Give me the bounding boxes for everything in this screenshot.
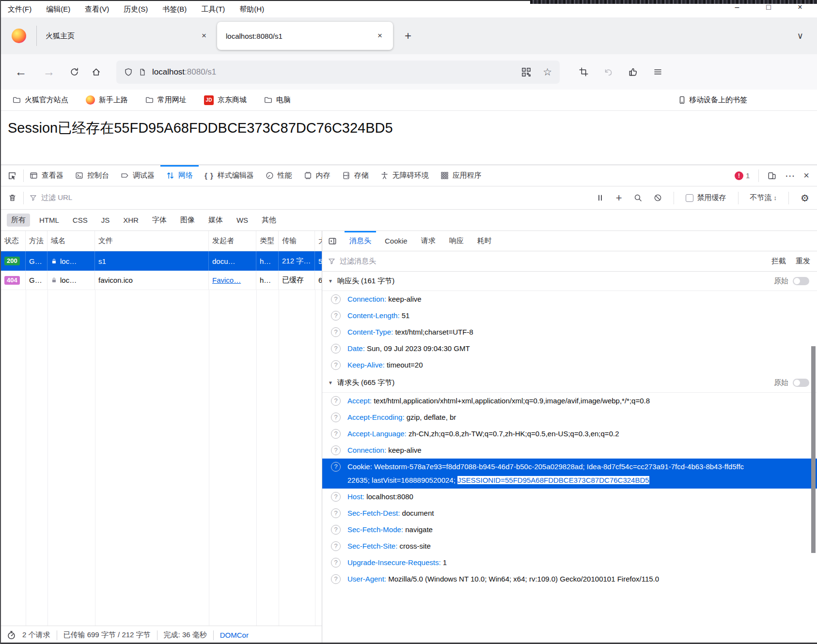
bookmark-item[interactable]: JD京东商城 [204,95,247,105]
menu-item[interactable]: 历史(S) [124,5,148,14]
help-icon[interactable]: ? [331,327,341,337]
filter-url-input[interactable]: 过滤 URL [30,193,72,202]
disable-cache-checkbox[interactable]: 禁用缓存 [686,193,726,202]
resend-button[interactable]: 重发 [796,257,810,266]
bookmark-item[interactable]: 新手上路 [86,95,128,105]
header-row[interactable]: ?Sec-Fetch-Site: cross-site [322,538,817,554]
app-menu-icon[interactable] [653,67,662,77]
help-icon[interactable]: ? [331,413,341,422]
column-header[interactable]: 方法 [26,231,47,251]
responsive-design-icon[interactable] [768,171,776,180]
header-row[interactable]: ?Accept-Language: zh-CN,zh;q=0.8,zh-TW;q… [322,426,817,442]
help-icon[interactable]: ? [331,445,341,455]
bookmark-star-icon[interactable]: ☆ [543,66,552,78]
menu-item[interactable]: 查看(V) [85,5,109,14]
network-settings-gear-icon[interactable]: ⚙ [801,192,809,204]
help-icon[interactable]: ? [331,525,341,535]
type-filter-chip[interactable]: 字体 [148,214,171,227]
throttle-select[interactable]: 不节流 ↕ [750,193,777,202]
type-filter-chip[interactable]: WS [232,214,252,226]
devtools-tab-viewer[interactable]: 查看器 [24,165,69,186]
menu-item[interactable]: 书签(B) [162,5,187,14]
help-icon[interactable]: ? [331,396,341,406]
type-filter-chip[interactable]: 图像 [176,214,199,227]
mobile-bookmarks[interactable]: 移动设备上的书签 [678,95,747,105]
raw-toggle[interactable] [793,379,809,387]
triangle-down-icon[interactable]: ▼ [328,380,333,385]
header-row[interactable]: ?Keep-Alive: timeout=20 [322,357,817,373]
close-button[interactable]: × [796,3,804,12]
devtools-menu-icon[interactable]: ⋯ [785,170,795,182]
devtools-tab-braces[interactable]: { }样式编辑器 [199,165,260,186]
pick-element-button[interactable] [1,165,23,186]
header-row[interactable]: ?Sec-Fetch-Dest: document [322,505,817,521]
section-header[interactable]: ▼响应头 (161 字节)原始 [322,272,817,291]
type-filter-chip[interactable]: 所有 [7,214,30,227]
bookmark-item[interactable]: 电脑 [264,95,291,105]
devtools-tab-application[interactable]: 应用程序 [435,165,487,186]
section-header[interactable]: ▼请求头 (665 字节)原始 [322,373,817,393]
tab-close-icon[interactable]: × [200,31,208,41]
pause-icon[interactable] [596,194,604,202]
filter-headers-input[interactable]: 过滤消息头 [328,257,376,266]
clear-requests-button[interactable] [1,186,23,209]
header-row[interactable]: ?Connection: keep-alive [322,442,817,459]
help-icon[interactable]: ? [331,508,341,518]
header-row[interactable]: ?Accept: text/html,application/xhtml+xml… [322,393,817,409]
block-button[interactable]: 拦截 [771,257,786,266]
header-row[interactable]: ?Date: Sun, 09 Jul 2023 09:04:30 GMT [322,340,817,357]
details-tab[interactable]: Cookie [378,231,414,251]
browser-tab[interactable]: localhost:8080/s1× [217,22,393,50]
triangle-down-icon[interactable]: ▼ [328,278,333,284]
search-icon[interactable] [634,194,642,202]
request-row[interactable]: 200G…loc…s1docu…h…212 字…5… [1,251,322,271]
bookmark-item[interactable]: 常用网址 [145,95,187,105]
help-icon[interactable]: ? [331,360,341,370]
column-header[interactable]: 域名 [47,231,95,251]
help-icon[interactable]: ? [331,558,341,567]
help-icon[interactable]: ? [331,574,341,584]
dom-content-loaded[interactable]: DOMCor [220,631,249,639]
page-info-icon[interactable] [139,68,146,76]
minimize-button[interactable]: – [733,3,741,12]
type-filter-chip[interactable]: 媒体 [204,214,227,227]
browser-tab[interactable]: 火狐主页× [37,17,217,54]
column-header[interactable]: 状态 [1,231,26,251]
details-tab[interactable]: 响应 [442,231,471,251]
column-header[interactable]: 大小 [315,231,322,251]
new-tab-button[interactable]: + [401,29,415,43]
devtools-tab-performance[interactable]: 性能 [260,165,298,186]
details-tab[interactable]: 耗时 [471,231,499,251]
help-icon[interactable]: ? [331,429,341,439]
help-icon[interactable]: ? [331,294,341,304]
help-icon[interactable]: ? [331,541,341,551]
devtools-tab-debugger[interactable]: 调试器 [115,165,160,186]
maximize-button[interactable]: □ [764,3,773,12]
devtools-tab-console[interactable]: 控制台 [69,165,115,186]
devtools-close-icon[interactable]: × [803,170,809,181]
devtools-tab-memory[interactable]: 内存 [298,165,336,186]
home-icon[interactable] [92,67,101,77]
forward-button[interactable]: → [41,65,57,79]
menu-item[interactable]: 编辑(E) [46,5,70,14]
help-icon[interactable]: ? [331,462,341,472]
request-row[interactable]: 404G…loc…favicon.icoFavico…h…已缓存6… [1,271,322,290]
devtools-tab-accessibility[interactable]: 无障碍环境 [375,165,435,186]
details-tab[interactable]: 请求 [414,231,442,251]
column-header[interactable]: 文件 [95,231,209,251]
block-requests-icon[interactable] [654,194,662,202]
header-row[interactable]: ?Accept-Encoding: gzip, deflate, br [322,409,817,426]
header-row[interactable]: ?Sec-Fetch-Mode: navigate [322,521,817,538]
scrollbar-thumb[interactable] [811,346,816,553]
thumbs-up-icon[interactable] [628,67,638,77]
type-filter-chip[interactable]: 其他 [257,214,281,227]
error-counter[interactable]: ! 1 [735,171,750,180]
reload-icon[interactable] [70,67,79,77]
type-filter-chip[interactable]: HTML [35,214,63,226]
header-row[interactable]: ?Upgrade-Insecure-Requests: 1 [322,554,817,571]
screenshot-crop-icon[interactable] [579,67,588,77]
column-header[interactable]: 类型 [256,231,279,251]
shield-icon[interactable] [124,68,133,77]
menu-item[interactable]: 工具(T) [201,5,225,14]
list-tabs-chevron-icon[interactable]: ∨ [797,31,803,41]
